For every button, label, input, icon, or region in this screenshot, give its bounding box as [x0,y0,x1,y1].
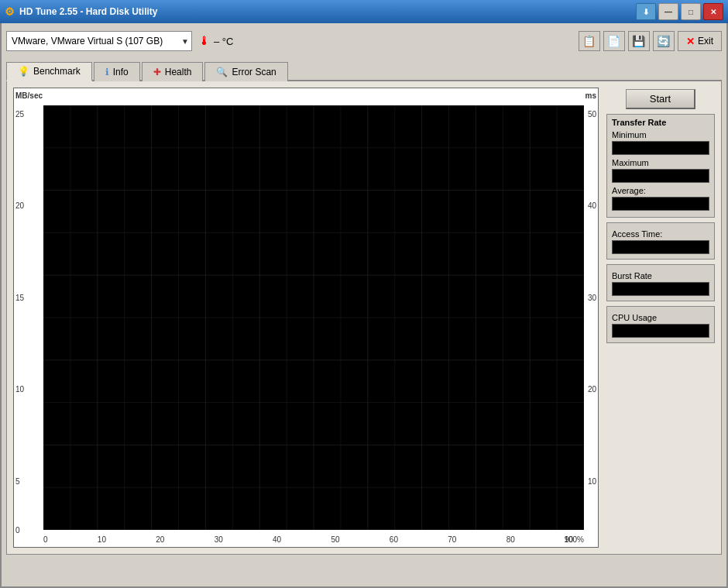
benchmark-tab-icon: 💡 [18,66,29,77]
save-button[interactable]: 💾 [628,31,650,51]
refresh-icon: 🔄 [657,35,670,47]
main-window: VMware, VMware Virtual S (107 GB) ▼ 🌡 – … [0,23,728,588]
burst-rate-value [612,282,709,296]
maximum-stat: Maximum [612,158,709,183]
x-label-20: 20 [156,535,164,544]
minimum-value [612,141,709,155]
tab-bar: 💡 Benchmark ℹ Info ✚ Health 🔍 Error Scan [6,60,722,81]
app-icon: ⚙ [5,5,15,18]
tab-info[interactable]: ℹ Info [94,62,140,81]
tab-health[interactable]: ✚ Health [142,62,204,81]
y-label-15: 15 [15,293,24,301]
temperature-value: – °C [214,36,233,47]
info-tab-label: Info [113,67,129,77]
disk-selector-wrapper[interactable]: VMware, VMware Virtual S (107 GB) ▼ [6,31,192,51]
y-label-25: 25 [15,110,24,119]
average-label: Average: [612,186,709,195]
x-label-60: 60 [390,535,398,544]
health-tab-icon: ✚ [153,67,161,77]
title-bar: ⚙ HD Tune 2.55 - Hard Disk Utility ⬇ — □… [0,0,728,23]
x-label-30: 30 [215,535,223,544]
burst-rate-label: Burst Rate [612,271,709,280]
maximum-value [612,169,709,183]
y-right-label-20: 20 [588,385,596,394]
x-label-50: 50 [331,535,339,544]
temperature-display: 🌡 – °C [198,34,233,48]
x-label-80: 80 [507,535,515,544]
toolbar: VMware, VMware Virtual S (107 GB) ▼ 🌡 – … [6,28,722,54]
benchmark-tab-label: Benchmark [33,66,81,77]
exit-label: Exit [698,36,713,46]
x-label-0: 0 [43,535,48,544]
y-label-20: 20 [15,201,24,210]
y-axis-left-header: MB/sec [15,91,43,100]
side-panel: Start Transfer Rate Minimum Maximum Aver… [606,88,715,548]
access-time-value [612,240,709,254]
exit-x-icon: ✕ [686,36,695,47]
start-button-label: Start [650,93,671,105]
close-button[interactable]: ✕ [703,3,723,20]
x-label-40: 40 [273,535,281,544]
toolbar-right: 📋 📄 💾 🔄 ✕ Exit [579,31,722,51]
tab-errorscan[interactable]: 🔍 Error Scan [204,62,287,81]
x-label-100: 100% [564,535,584,544]
errorscan-tab-icon: 🔍 [216,67,228,77]
y-right-label-10: 10 [588,476,596,485]
copy-button-2[interactable]: 📄 [603,31,625,51]
cpu-usage-label: CPU Usage [612,313,709,322]
y-right-label-50: 50 [588,110,596,119]
x-label-70: 70 [448,535,456,544]
access-time-label: Access Time: [612,229,709,239]
start-button[interactable]: Start [626,89,695,109]
access-time-group: Access Time: [606,222,715,260]
copy1-icon: 📋 [582,35,596,47]
content-area: MB/sec ms 25 20 15 10 5 0 50 40 30 20 10 [6,81,722,555]
tab-benchmark[interactable]: 💡 Benchmark [6,62,92,81]
benchmark-chart: MB/sec ms 25 20 15 10 5 0 50 40 30 20 10 [13,88,599,548]
download-button[interactable]: ⬇ [636,3,656,20]
info-tab-icon: ℹ [105,67,109,77]
y-axis-right-header: ms [585,91,596,100]
maximum-label: Maximum [612,158,709,167]
minimum-stat: Minimum [612,130,709,155]
y-right-label-30: 30 [588,293,596,301]
maximize-button[interactable]: □ [681,3,701,20]
minimize-button[interactable]: — [658,3,678,20]
chart-plot-area [43,105,584,530]
copy-button-1[interactable]: 📋 [579,31,600,51]
y-label-0: 0 [15,526,20,535]
burst-rate-group: Burst Rate [606,264,715,301]
cpu-usage-value [612,324,709,338]
transfer-rate-title: Transfer Rate [612,118,709,127]
transfer-rate-group: Transfer Rate Minimum Maximum Average: [606,114,715,218]
toolbar-left: VMware, VMware Virtual S (107 GB) ▼ 🌡 – … [6,31,233,51]
disk-select[interactable]: VMware, VMware Virtual S (107 GB) [6,31,192,51]
y-right-label-40: 40 [588,201,596,210]
average-value [612,197,709,211]
y-label-5: 5 [15,476,20,485]
minimum-label: Minimum [612,130,709,139]
thermometer-icon: 🌡 [198,34,211,48]
cpu-usage-group: CPU Usage [606,306,715,343]
refresh-button[interactable]: 🔄 [653,31,675,51]
errorscan-tab-label: Error Scan [232,67,276,77]
copy2-icon: 📄 [607,35,620,47]
health-tab-label: Health [165,67,192,77]
average-stat: Average: [612,186,709,211]
title-bar-left: ⚙ HD Tune 2.55 - Hard Disk Utility [5,5,157,18]
y-label-10: 10 [15,385,24,394]
x-label-10: 10 [98,535,106,544]
title-bar-buttons: ⬇ — □ ✕ [636,3,723,20]
exit-button[interactable]: ✕ Exit [678,31,722,51]
window-title: HD Tune 2.55 - Hard Disk Utility [19,6,157,17]
save-icon: 💾 [632,35,645,47]
